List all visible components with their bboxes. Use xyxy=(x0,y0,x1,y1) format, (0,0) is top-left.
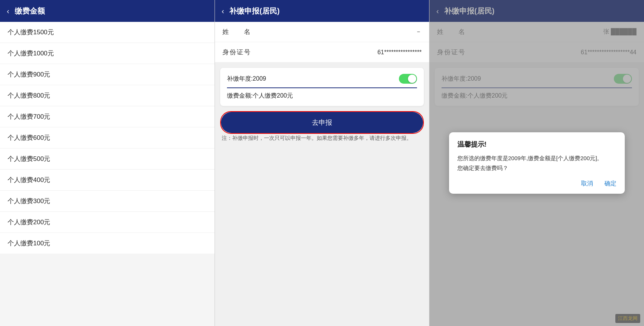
dialog-buttons: 取消 确定 xyxy=(457,180,616,188)
fee-list-item[interactable]: 个人缴费500元 xyxy=(0,148,215,170)
dialog-content: 您所选的缴费年度是2009年,缴费金额是[个人缴费200元]。 您确定要去缴费吗… xyxy=(457,153,616,173)
fee-list: 个人缴费1500元个人缴费1000元个人缴费900元个人缴费800元个人缴费70… xyxy=(0,22,215,326)
confirm-dialog: 温馨提示! 您所选的缴费年度是2009年,缴费金额是[个人缴费200元]。 您确… xyxy=(449,132,625,194)
screen-fee-amount: ‹ 缴费金额 个人缴费1500元个人缴费1000元个人缴费900元个人缴费800… xyxy=(0,0,215,326)
year-label: 补缴年度:2009 xyxy=(227,75,266,83)
screen-bujiaobaobao: ‹ 补缴申报(居民) 姓 名 － 身份证号 61****************… xyxy=(215,0,430,326)
confirm-button[interactable]: 确定 xyxy=(604,180,616,188)
screen-dialog: ‹ 补缴申报(居民) 姓 名 张 ██████ 身份证号 61*********… xyxy=(429,0,644,326)
back-arrow-icon[interactable]: ‹ xyxy=(7,7,9,15)
name-label: 姓 名 xyxy=(222,28,251,36)
cancel-button[interactable]: 取消 xyxy=(581,180,593,188)
fee-list-item[interactable]: 个人缴费900元 xyxy=(0,64,215,85)
dialog-title: 温馨提示! xyxy=(457,140,616,149)
year-row: 补缴年度:2009 xyxy=(227,74,417,84)
id-value: 61**************** xyxy=(377,49,422,56)
amount-row: 缴费金额:个人缴费200元 xyxy=(227,87,417,100)
year-card: 补缴年度:2009 缴费金额:个人缴费200元 xyxy=(220,68,424,106)
screen1-title: 缴费金额 xyxy=(15,6,45,16)
fee-list-item[interactable]: 个人缴费1500元 xyxy=(0,22,215,43)
submit-highlight-box: 去申报 xyxy=(220,111,424,134)
amount-label: 缴费金额:个人缴费200元 xyxy=(227,92,293,100)
name-value: － xyxy=(416,28,422,36)
screen1-header: ‹ 缴费金额 xyxy=(0,0,215,22)
fee-list-item[interactable]: 个人缴费400元 xyxy=(0,170,215,191)
fee-list-item[interactable]: 个人缴费300元 xyxy=(0,191,215,212)
fee-list-item[interactable]: 个人缴费200元 xyxy=(0,212,215,233)
screen2-form-body: 姓 名 － 身份证号 61**************** 补缴年度:2009 … xyxy=(215,22,429,326)
id-label: 身份证号 xyxy=(222,48,251,57)
screen2-title: 补缴申报(居民) xyxy=(229,6,279,16)
note-text: 注：补缴申报时，一次只可以申报一年。如果您需要补缴多年，请进行多次申报。 xyxy=(215,134,429,150)
toggle-switch[interactable] xyxy=(399,74,417,84)
submit-button[interactable]: 去申报 xyxy=(221,112,423,133)
name-row: 姓 名 － xyxy=(215,22,429,42)
fee-list-item[interactable]: 个人缴费700元 xyxy=(0,106,215,127)
fee-list-item[interactable]: 个人缴费800元 xyxy=(0,85,215,106)
fee-list-item[interactable]: 个人缴费100元 xyxy=(0,233,215,254)
fee-list-item[interactable]: 个人缴费1000元 xyxy=(0,43,215,64)
back-arrow-icon-2[interactable]: ‹ xyxy=(222,7,224,15)
id-row: 身份证号 61**************** xyxy=(215,42,429,63)
dialog-overlay: 温馨提示! 您所选的缴费年度是2009年,缴费金额是[个人缴费200元]。 您确… xyxy=(429,0,644,326)
fee-list-item[interactable]: 个人缴费600元 xyxy=(0,127,215,148)
screen2-header: ‹ 补缴申报(居民) xyxy=(215,0,429,22)
